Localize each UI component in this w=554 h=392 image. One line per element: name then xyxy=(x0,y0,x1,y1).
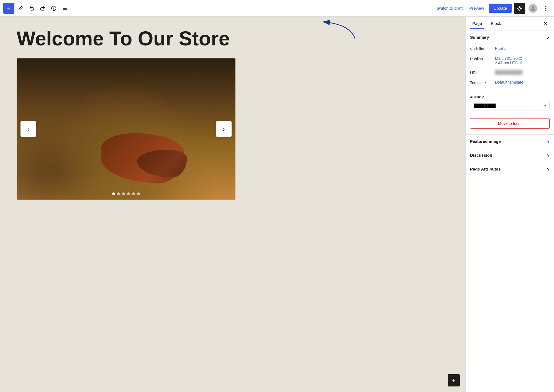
sidebar: Page Block ✕ Summary ∧ Visibility Public… xyxy=(465,17,554,392)
toolbar: + xyxy=(0,0,554,17)
featured-image-title: Featured image xyxy=(470,139,501,144)
switch-to-draft-button[interactable]: Switch to draft xyxy=(434,4,465,12)
svg-point-7 xyxy=(532,6,534,9)
visibility-row: Visibility Public xyxy=(470,46,550,51)
template-row: Template Default template xyxy=(470,80,550,85)
page-attributes-header[interactable]: Page Attributes ∨ xyxy=(466,162,554,176)
dot-6[interactable] xyxy=(137,192,140,195)
featured-image-chevron-icon: ∨ xyxy=(547,139,550,144)
slider-block: ‹ › xyxy=(17,58,235,200)
publish-row: Publish March 21, 2022 2:47 pm UTC+0 xyxy=(470,56,550,65)
summary-chevron-up-icon: ∧ xyxy=(547,35,550,40)
add-block-bottom-button[interactable]: + xyxy=(448,374,460,386)
summary-title: Summary xyxy=(470,35,489,40)
move-to-trash-section: Move to trash xyxy=(466,115,554,134)
svg-point-8 xyxy=(545,6,546,7)
url-label: URL xyxy=(470,70,495,75)
discussion-section: Discussion ∨ xyxy=(466,148,554,162)
discussion-title: Discussion xyxy=(470,153,492,158)
discussion-chevron-icon: ∨ xyxy=(547,153,550,158)
featured-image-section: Featured image ∨ xyxy=(466,135,554,148)
summary-section: Summary ∧ Visibility Public Publish Marc… xyxy=(466,30,554,135)
more-vertical-icon xyxy=(545,6,547,11)
avatar-button[interactable] xyxy=(527,3,538,14)
more-options-button[interactable] xyxy=(541,3,551,13)
chevron-left-icon: ‹ xyxy=(27,126,29,132)
author-select[interactable]: ████████ xyxy=(470,101,550,110)
list-view-icon xyxy=(62,6,68,11)
dot-2[interactable] xyxy=(117,192,120,195)
toolbar-left: + xyxy=(3,3,434,14)
pencil-icon xyxy=(18,6,23,11)
svg-rect-3 xyxy=(63,7,67,7)
avatar xyxy=(529,4,537,13)
svg-point-10 xyxy=(545,10,546,11)
dot-1[interactable] xyxy=(112,192,115,195)
url-value[interactable]: ██████████ xyxy=(495,70,550,74)
author-label: AUTHOR xyxy=(470,96,550,99)
svg-rect-4 xyxy=(63,8,67,9)
dot-5[interactable] xyxy=(132,192,135,195)
close-sidebar-button[interactable]: ✕ xyxy=(541,19,550,28)
summary-content: Visibility Public Publish March 21, 2022… xyxy=(466,44,554,96)
slider-next-button[interactable]: › xyxy=(216,121,232,137)
page-attributes-title: Page Attributes xyxy=(470,167,501,171)
undo-button[interactable] xyxy=(27,3,37,13)
page-attributes-section: Page Attributes ∨ xyxy=(466,162,554,176)
sidebar-tabs: Page Block ✕ xyxy=(466,17,554,30)
list-view-button[interactable] xyxy=(60,3,70,13)
url-row: URL ██████████ xyxy=(470,70,550,75)
svg-point-6 xyxy=(519,7,520,9)
publish-label: Publish xyxy=(470,56,495,61)
visibility-value[interactable]: Public xyxy=(495,46,550,51)
summary-section-header[interactable]: Summary ∧ xyxy=(466,30,554,44)
toolbar-right: Switch to draft Preview Update xyxy=(434,3,551,14)
dot-3[interactable] xyxy=(122,192,125,195)
slider-prev-button[interactable]: ‹ xyxy=(20,121,36,137)
editor-area: Welcome To Our Store ‹ › xyxy=(0,17,465,392)
featured-image-header[interactable]: Featured image ∨ xyxy=(466,135,554,148)
visibility-label: Visibility xyxy=(470,46,495,51)
template-value[interactable]: Default template xyxy=(495,80,550,84)
add-block-button[interactable]: + xyxy=(3,3,14,14)
tab-block[interactable]: Block xyxy=(489,18,503,29)
redo-button[interactable] xyxy=(38,3,48,13)
slider-image xyxy=(17,58,235,200)
page-attributes-chevron-icon: ∨ xyxy=(547,167,550,171)
page-title: Welcome To Our Store xyxy=(17,28,449,50)
tab-page[interactable]: Page xyxy=(470,18,484,29)
settings-button[interactable] xyxy=(514,3,525,14)
undo-icon xyxy=(29,6,34,11)
redo-icon xyxy=(40,6,45,11)
svg-rect-5 xyxy=(63,9,67,10)
svg-point-2 xyxy=(53,7,54,7)
dot-4[interactable] xyxy=(127,192,130,195)
discussion-header[interactable]: Discussion ∨ xyxy=(466,148,554,162)
publish-value[interactable]: March 21, 2022 2:47 pm UTC+0 xyxy=(495,56,550,65)
edit-button[interactable] xyxy=(16,3,25,13)
preview-button[interactable]: Preview xyxy=(467,4,486,12)
template-label: Template xyxy=(470,80,495,85)
move-to-trash-button[interactable]: Move to trash xyxy=(470,118,550,129)
update-button[interactable]: Update xyxy=(489,4,512,13)
slider-dots xyxy=(112,192,140,195)
gear-icon xyxy=(517,6,522,11)
chevron-right-icon: › xyxy=(223,126,225,132)
main-layout: Welcome To Our Store ‹ › xyxy=(0,17,554,392)
author-section: AUTHOR ████████ xyxy=(466,96,554,115)
svg-point-9 xyxy=(545,8,546,9)
info-button[interactable] xyxy=(49,3,59,13)
info-icon xyxy=(51,6,57,11)
